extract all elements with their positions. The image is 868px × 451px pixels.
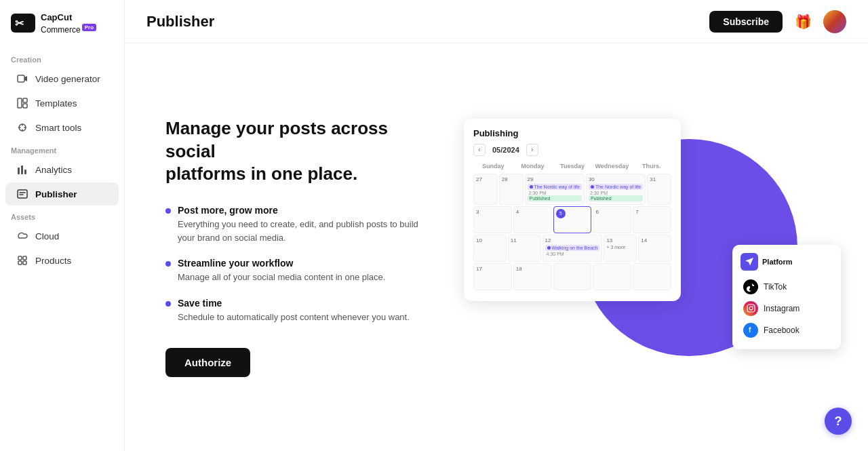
svg-rect-10	[18, 190, 27, 198]
cal-cell-10: 10	[473, 235, 507, 262]
bullet-2	[165, 301, 171, 307]
avatar[interactable]	[823, 10, 846, 33]
svg-rect-13	[18, 261, 22, 264]
cal-cell-18: 18	[513, 263, 552, 290]
sidebar-item-products[interactable]: Products	[5, 249, 119, 272]
gift-button[interactable]: 🎁	[791, 9, 815, 34]
sidebar-label-products: Products	[35, 256, 71, 266]
sidebar-item-publisher[interactable]: Publisher	[5, 182, 119, 205]
sidebar-label-cloud: Cloud	[35, 231, 59, 241]
platform-popup: Platform TikTok Instagram f	[732, 245, 841, 349]
platform-item-facebook[interactable]: f Facebook	[741, 319, 833, 341]
cal-cell-14: 14	[638, 235, 671, 262]
products-icon	[16, 254, 28, 267]
svg-rect-15	[747, 305, 755, 312]
calendar-nav: ‹ 05/2024 ›	[473, 144, 671, 156]
svg-rect-9	[24, 170, 26, 174]
cal-cell-4: 4	[513, 206, 552, 233]
feature-desc-2: Schedule to automatically post content w…	[178, 311, 410, 324]
cal-cell-29: 29 The Nordic way of life 2:30 PM Publis…	[525, 174, 585, 205]
instagram-logo	[743, 301, 758, 316]
svg-rect-5	[23, 104, 27, 108]
calendar-row-0: 27 28 29 The Nordic way of life 2:30 PM …	[473, 174, 671, 205]
event-29-1: The Nordic way of life	[528, 184, 582, 190]
feature-desc-0: Everything you need to create, edit, and…	[178, 218, 423, 244]
feature-item-0: Post more, grow more Everything you need…	[165, 205, 423, 244]
svg-point-17	[752, 306, 753, 307]
feature-item-1: Streamline your workflow Manage all of y…	[165, 258, 423, 284]
col-monday: Monday	[513, 161, 552, 171]
header-actions: Subscribe 🎁	[709, 9, 846, 34]
publisher-icon	[16, 188, 28, 200]
main-heading: Manage your posts across social platform…	[165, 117, 423, 186]
calendar-row-2: 10 11 12 Walking on the Beach 4:30 PM 13…	[473, 235, 671, 262]
facebook-logo: f	[743, 323, 758, 338]
cal-cell-17: 17	[473, 263, 512, 290]
cal-cell-empty-3	[633, 263, 671, 290]
main-content: Publisher Subscribe 🎁 Manage your posts …	[125, 0, 868, 451]
calendar-row-3: 17 18	[473, 263, 671, 290]
event-29-pub: Published	[528, 195, 582, 201]
prev-month-button[interactable]: ‹	[473, 144, 486, 156]
cal-cell-28: 28	[499, 174, 524, 205]
sidebar-item-analytics[interactable]: Analytics	[5, 158, 119, 181]
feature-title-2: Save time	[178, 298, 410, 309]
calendar-row-1: 3 4 5 6 7	[473, 206, 671, 233]
platform-item-instagram[interactable]: Instagram	[741, 298, 833, 319]
feature-title-0: Post more, grow more	[178, 205, 423, 216]
event-30-pub: Published	[589, 195, 643, 201]
month-label: 05/2024	[488, 146, 524, 154]
cal-cell-empty-2	[593, 263, 631, 290]
cal-cell-empty-1	[553, 263, 592, 290]
publishing-card: Publishing ‹ 05/2024 › Sunday Monday Tue…	[464, 119, 681, 301]
page-title: Publisher	[146, 13, 214, 31]
sidebar-label-smart-tools: Smart tools	[35, 123, 81, 133]
section-management: Management	[0, 140, 124, 157]
section-creation: Creation	[0, 49, 124, 66]
help-icon: ?	[835, 414, 842, 429]
analytics-icon	[16, 163, 28, 176]
platform-title: Platform	[762, 258, 793, 266]
capcut-logo-icon: ✂	[11, 14, 35, 33]
svg-text:✂: ✂	[15, 18, 24, 29]
cal-cell-6: 6	[593, 206, 631, 233]
platform-item-tiktok[interactable]: TikTok	[741, 276, 833, 298]
authorize-button[interactable]: Authorize	[165, 348, 250, 377]
cal-cell-30: 30 The Nordic way of life 2:30 PM Publis…	[586, 174, 646, 205]
col-wednesday: Wednesday	[592, 161, 631, 171]
smart-tools-icon	[16, 121, 28, 134]
cloud-icon	[16, 230, 28, 242]
sidebar-item-video-generator[interactable]: Video generator	[5, 67, 119, 90]
platform-header: Platform	[741, 253, 833, 271]
section-assets: Assets	[0, 206, 124, 224]
bullet-0	[165, 208, 171, 214]
gift-icon: 🎁	[795, 14, 812, 30]
content-area: Manage your posts across social platform…	[125, 43, 868, 451]
cal-cell-11: 11	[508, 235, 541, 262]
help-button[interactable]: ?	[825, 408, 852, 435]
cal-cell-12: 12 Walking on the Beach 4:30 PM	[542, 235, 603, 262]
cal-cell-31: 31	[647, 174, 671, 205]
svg-rect-8	[21, 165, 23, 174]
pro-badge: Pro	[82, 24, 96, 31]
calendar-grid: Sunday Monday Tuesday Wednesday Thurs. 2…	[473, 161, 671, 290]
svg-rect-3	[18, 98, 22, 108]
facebook-label: Facebook	[764, 326, 800, 335]
subscribe-button[interactable]: Subscribe	[709, 11, 783, 33]
col-thursday: Thurs.	[632, 161, 671, 171]
cal-cell-13: 13 + 3 more	[604, 235, 637, 262]
right-panel: Publishing ‹ 05/2024 › Sunday Monday Tue…	[464, 105, 827, 390]
header: Publisher Subscribe 🎁	[125, 0, 868, 43]
sidebar-item-templates[interactable]: Templates	[5, 92, 119, 115]
bullet-1	[165, 261, 171, 267]
video-icon	[16, 73, 28, 85]
next-month-button[interactable]: ›	[526, 144, 538, 156]
sidebar-item-smart-tools[interactable]: Smart tools	[5, 116, 119, 139]
cal-cell-3: 3	[473, 206, 512, 233]
cal-cell-5: 5	[553, 206, 592, 233]
sidebar-item-cloud[interactable]: Cloud	[5, 224, 119, 248]
cal-cell-27: 27	[473, 174, 498, 205]
sidebar-label-publisher: Publisher	[35, 189, 77, 199]
svg-text:f: f	[749, 326, 751, 334]
feature-desc-1: Manage all of your social media content …	[178, 271, 385, 284]
